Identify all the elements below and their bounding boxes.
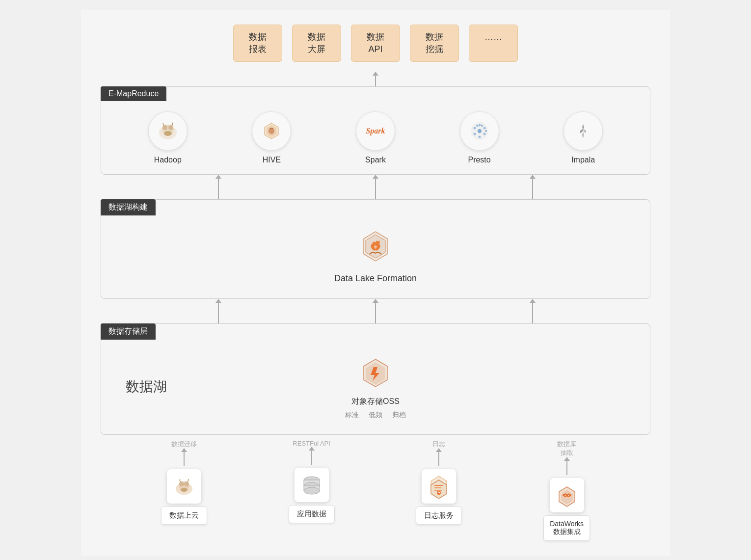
dlf-section: 数据湖构建 Data Lake Formation (101, 199, 650, 299)
hive-icon-circle (252, 111, 291, 151)
source-app-icon (295, 468, 329, 502)
impala-icon-circle (563, 111, 603, 151)
svg-point-21 (184, 481, 189, 486)
source-log: 日志 日志服务 (416, 440, 462, 541)
impala-label: Impala (571, 156, 595, 164)
source-dw-icon (550, 478, 584, 512)
arrow-right (454, 175, 611, 199)
service-report: 数据报表 (233, 25, 282, 62)
svg-point-22 (181, 488, 188, 492)
arrow-center (297, 175, 454, 199)
tech-hive: HIVE (252, 111, 291, 164)
svg-point-33 (569, 494, 571, 496)
dlf-inner: Data Lake Formation (334, 224, 417, 284)
emr-label: E-MapReduce (101, 86, 166, 101)
source-data-upload: 数据迁移 数据上云 (161, 440, 207, 541)
svg-point-32 (563, 494, 564, 496)
oss-tag-standard: 标准 (345, 411, 359, 420)
source-upload-arrow (184, 452, 185, 466)
datalake-text: 数据湖 (126, 377, 292, 396)
svg-point-15 (476, 125, 478, 127)
svg-point-14 (481, 125, 483, 127)
db-svg (299, 473, 324, 497)
tech-spark: Spark Spark (356, 111, 395, 164)
hadoop-label: Hadoop (154, 156, 182, 164)
dlf-label: 数据湖构建 (101, 199, 156, 215)
svg-point-4 (164, 131, 172, 136)
oss-tag-lowfreq: 低频 (369, 411, 382, 420)
arrow-left (140, 175, 297, 199)
svg-point-7 (478, 129, 482, 133)
service-api: 数据API (351, 25, 400, 62)
tech-hadoop: Hadoop (148, 111, 188, 164)
svg-point-10 (483, 133, 485, 135)
presto-label: Presto (468, 156, 490, 164)
tech-presto: Presto (460, 111, 499, 164)
source-log-box: 日志服务 (416, 507, 462, 525)
tech-impala: Impala (563, 111, 603, 164)
arrow-storage-left (140, 299, 297, 323)
svg-rect-30 (434, 490, 442, 491)
spark-icon-circle: Spark (356, 111, 395, 151)
source-app-data: RESTFul API 应用数据 (289, 440, 335, 541)
svg-rect-29 (434, 487, 441, 488)
source-app-arrow (311, 450, 312, 465)
hadoop-svg (156, 119, 180, 143)
emr-dlf-arrows (101, 175, 650, 199)
top-to-emr-arrow (101, 72, 650, 86)
service-more: …… (469, 25, 518, 62)
source-upload-label-top: 数据迁移 (171, 440, 197, 449)
svg-point-8 (478, 124, 481, 127)
service-bigscreen: 数据大屏 (292, 25, 341, 62)
emr-inner: Hadoop HIVE Spark Spark (116, 111, 635, 164)
sources-row: 数据迁移 数据上云 RESTFul API (101, 440, 650, 541)
spark-label: Spark (365, 156, 386, 164)
log-svg (427, 474, 451, 499)
svg-point-3 (168, 125, 173, 130)
source-log-arrow (438, 452, 439, 466)
oss-container: 对象存储OSS 标准 低频 归档 (292, 353, 458, 420)
spark-text-icon: Spark (366, 127, 385, 135)
svg-point-16 (485, 130, 487, 132)
svg-point-12 (473, 133, 476, 135)
dlf-icon (353, 224, 398, 268)
hive-label: HIVE (263, 156, 281, 164)
oss-icon (356, 353, 395, 393)
dlf-text: Data Lake Formation (334, 273, 417, 284)
hive-svg (260, 119, 283, 143)
source-upload-box: 数据上云 (161, 507, 207, 525)
storage-section: 数据存储层 数据湖 对象存储OSS 标准 低频 归档 (101, 323, 650, 435)
top-services: 数据报表 数据大屏 数据API 数据挖掘 …… (101, 25, 650, 62)
service-mining: 数据挖掘 (410, 25, 459, 62)
dlf-svg (356, 227, 395, 266)
hadoop-icon-circle (148, 111, 188, 151)
presto-icon-circle (460, 111, 499, 151)
source-upload-icon (167, 469, 201, 504)
svg-point-2 (162, 125, 167, 130)
oss-text: 对象存储OSS (351, 397, 400, 407)
source-app-label-top: RESTFul API (293, 440, 330, 447)
svg-point-13 (473, 127, 476, 130)
arrow-storage-right (454, 299, 611, 323)
source-dw-label-top: 数据库抽取 (557, 440, 576, 457)
source-app-box: 应用数据 (289, 505, 335, 523)
source-dataworks: 数据库抽取 DataWorks数据集成 (543, 440, 590, 541)
source-log-label-top: 日志 (432, 440, 445, 449)
impala-svg (571, 119, 595, 143)
source-dw-arrow (566, 460, 567, 475)
storage-label: 数据存储层 (101, 323, 156, 340)
svg-point-9 (483, 127, 485, 130)
storage-dlf-arrows (101, 299, 650, 323)
storage-inner: 数据湖 对象存储OSS 标准 低频 归档 (116, 348, 635, 425)
source-log-icon (422, 469, 456, 504)
svg-point-20 (179, 481, 184, 486)
arrow-storage-center (297, 299, 454, 323)
svg-point-27 (304, 487, 320, 494)
emr-section: E-MapReduce Hadoop (101, 86, 650, 175)
dw-svg (555, 483, 579, 507)
presto-svg (468, 119, 491, 143)
svg-rect-28 (434, 485, 443, 486)
oss-svg (358, 355, 393, 391)
source-dw-box: DataWorks数据集成 (543, 515, 590, 541)
upload-hadoop-svg (172, 474, 196, 499)
